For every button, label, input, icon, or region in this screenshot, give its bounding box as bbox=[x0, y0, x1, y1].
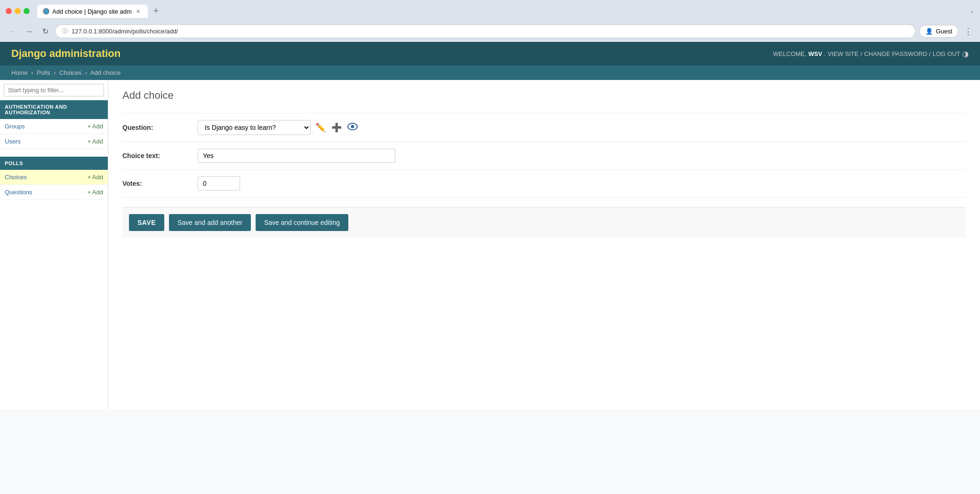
breadcrumb-choices[interactable]: Choices bbox=[59, 69, 81, 76]
minimize-button[interactable] bbox=[15, 8, 21, 14]
choice-text-input[interactable] bbox=[198, 149, 395, 163]
profile-label: Guest bbox=[936, 28, 952, 35]
sidebar-spacer bbox=[0, 149, 108, 157]
question-field: Is Django easy to learn? ✏️ ➕ bbox=[198, 120, 966, 135]
logout-link[interactable]: LOG OUT bbox=[932, 50, 960, 57]
sidebar-item-users: Users + Add bbox=[0, 134, 108, 149]
tab-close-button[interactable]: ✕ bbox=[135, 8, 142, 15]
traffic-lights bbox=[6, 8, 30, 14]
forward-button[interactable]: → bbox=[23, 25, 36, 38]
user-info: WELCOME, WSV. VIEW SITE / CHANGE PASSWOR… bbox=[773, 49, 969, 58]
sidebar-filter-input[interactable] bbox=[4, 84, 104, 96]
lock-icon: ⓘ bbox=[62, 27, 68, 35]
votes-row: Votes: bbox=[122, 170, 966, 198]
tab-expand-button[interactable]: ⌄ bbox=[970, 8, 974, 14]
view-question-button[interactable] bbox=[346, 122, 359, 134]
svg-point-1 bbox=[351, 125, 354, 128]
users-link[interactable]: Users bbox=[5, 138, 21, 145]
question-select[interactable]: Is Django easy to learn? bbox=[198, 120, 311, 135]
form-section: Question: Is Django easy to learn? ✏️ ➕ bbox=[122, 113, 966, 198]
change-password-link[interactable]: CHANGE PASSWORD bbox=[864, 50, 927, 57]
submit-row: SAVE Save and add another Save and conti… bbox=[122, 207, 966, 238]
welcome-text: WELCOME, bbox=[773, 50, 806, 57]
add-question-button[interactable]: ➕ bbox=[330, 121, 343, 134]
back-button[interactable]: ← bbox=[6, 25, 19, 38]
django-admin-title[interactable]: Django administration bbox=[11, 48, 120, 60]
question-row: Question: Is Django easy to learn? ✏️ ➕ bbox=[122, 113, 966, 142]
reload-button[interactable]: ↻ bbox=[40, 25, 51, 38]
view-site-link[interactable]: VIEW SITE bbox=[827, 50, 859, 57]
choices-add-link[interactable]: + Add bbox=[87, 174, 103, 181]
sidebar: AUTHENTICATION AND AUTHORIZATION Groups … bbox=[0, 80, 108, 409]
profile-button[interactable]: 👤 Guest bbox=[919, 25, 958, 38]
tab-favicon: 🌐 bbox=[43, 8, 49, 15]
auth-section-header: AUTHENTICATION AND AUTHORIZATION bbox=[0, 100, 108, 119]
save-button[interactable]: SAVE bbox=[129, 214, 164, 231]
save-continue-editing-button[interactable]: Save and continue editing bbox=[256, 214, 348, 231]
sidebar-item-groups: Groups + Add bbox=[0, 119, 108, 134]
content-area: Add choice Question: Is Django easy to l… bbox=[108, 80, 980, 409]
browser-navigation: ← → ↻ ⓘ 127.0.0.1:8000/admin/polls/choic… bbox=[6, 22, 974, 42]
maximize-button[interactable] bbox=[24, 8, 30, 14]
tab-title: Add choice | Django site adm bbox=[52, 8, 132, 15]
page-title: Add choice bbox=[122, 89, 966, 102]
questions-add-link[interactable]: + Add bbox=[87, 189, 103, 196]
main-layout: AUTHENTICATION AND AUTHORIZATION Groups … bbox=[0, 80, 980, 409]
users-add-link[interactable]: + Add bbox=[87, 138, 103, 145]
polls-section-header: POLLS bbox=[0, 157, 108, 170]
breadcrumb-home[interactable]: Home bbox=[11, 69, 28, 76]
theme-toggle-button[interactable]: ◑ bbox=[962, 49, 969, 58]
edit-question-button[interactable]: ✏️ bbox=[314, 121, 327, 134]
browser-tabs: 🌐 Add choice | Django site adm ✕ + bbox=[37, 4, 966, 18]
votes-label: Votes: bbox=[122, 180, 198, 187]
username: WSV bbox=[808, 50, 822, 57]
profile-icon: 👤 bbox=[925, 28, 933, 35]
votes-input[interactable] bbox=[198, 176, 240, 191]
question-label: Question: bbox=[122, 124, 198, 131]
groups-add-link[interactable]: + Add bbox=[87, 123, 103, 130]
url-text: 127.0.0.1:8000/admin/polls/choice/add/ bbox=[72, 28, 178, 35]
sidebar-item-choices: Choices + Add bbox=[0, 170, 108, 185]
browser-menu-button[interactable]: ⋮ bbox=[962, 26, 974, 37]
sidebar-item-questions: Questions + Add bbox=[0, 185, 108, 200]
groups-link[interactable]: Groups bbox=[5, 123, 25, 130]
breadcrumb-current: Add choice bbox=[90, 69, 120, 76]
choice-text-row: Choice text: bbox=[122, 142, 966, 170]
close-button[interactable] bbox=[6, 8, 12, 14]
new-tab-button[interactable]: + bbox=[150, 4, 162, 18]
votes-field bbox=[198, 176, 966, 191]
django-header: Django administration WELCOME, WSV. VIEW… bbox=[0, 42, 980, 65]
breadcrumb: Home › Polls › Choices › Add choice bbox=[11, 69, 969, 76]
choice-text-label: Choice text: bbox=[122, 152, 198, 159]
breadcrumb-bar: Home › Polls › Choices › Add choice bbox=[0, 65, 980, 80]
questions-link[interactable]: Questions bbox=[5, 189, 32, 196]
browser-chrome: 🌐 Add choice | Django site adm ✕ + ⌄ ← →… bbox=[0, 0, 980, 42]
choices-link[interactable]: Choices bbox=[5, 174, 27, 181]
address-bar[interactable]: ⓘ 127.0.0.1:8000/admin/polls/choice/add/ bbox=[55, 24, 916, 38]
breadcrumb-polls[interactable]: Polls bbox=[37, 69, 50, 76]
save-add-another-button[interactable]: Save and add another bbox=[169, 214, 251, 231]
choice-text-field bbox=[198, 149, 966, 163]
sidebar-filter bbox=[0, 80, 108, 100]
active-tab[interactable]: 🌐 Add choice | Django site adm ✕ bbox=[37, 5, 148, 18]
